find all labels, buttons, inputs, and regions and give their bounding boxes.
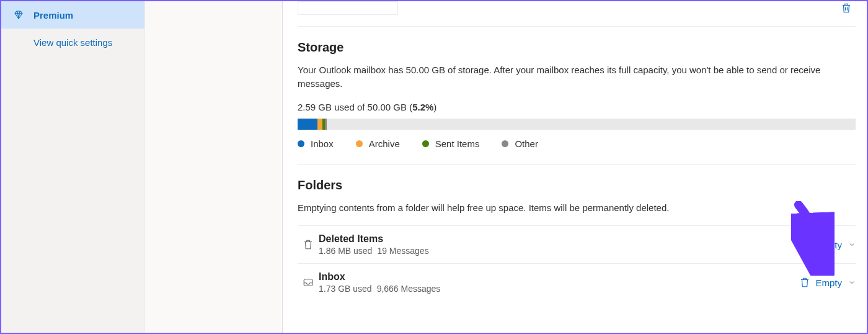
storage-legend: InboxArchiveSent ItemsOther: [298, 138, 856, 149]
settings-sidebar: Premium View quick settings: [1, 1, 145, 333]
chevron-down-icon: [848, 241, 856, 248]
empty-folder-button[interactable]: Empty: [799, 277, 856, 288]
storage-segment: [325, 119, 327, 130]
folder-usage: 1.86 MB used19 Messages: [319, 246, 799, 256]
inbox-icon: [298, 277, 319, 288]
folder-row: Inbox1.73 GB used9,666 MessagesEmpty: [298, 263, 856, 301]
svg-rect-0: [304, 279, 312, 286]
legend-dot-icon: [502, 140, 508, 147]
legend-dot-icon: [298, 140, 304, 147]
folder-name: Deleted Items: [319, 233, 799, 245]
empty-label: Empty: [815, 278, 842, 288]
trash-icon: [799, 277, 810, 288]
chevron-down-icon: [848, 279, 856, 286]
legend-label: Archive: [369, 138, 400, 149]
legend-label: Inbox: [311, 138, 334, 149]
folder-name: Inbox: [319, 271, 799, 282]
sidebar-item-label: View quick settings: [14, 37, 112, 48]
account-card-placeholder: [298, 1, 398, 15]
sidebar-item-label: Premium: [27, 10, 73, 20]
legend-dot-icon: [356, 140, 363, 147]
folders-heading: Folders: [298, 178, 856, 192]
folders-description: Emptying contents from a folder will hel…: [298, 201, 856, 215]
empty-label: Empty: [815, 240, 842, 250]
trash-icon: [799, 239, 810, 250]
storage-segment: [298, 119, 317, 130]
legend-item: Other: [502, 138, 538, 149]
legend-item: Sent Items: [422, 138, 480, 149]
folder-row: Deleted Items1.86 MB used19 MessagesEmpt…: [298, 225, 856, 263]
legend-dot-icon: [422, 140, 429, 147]
sidebar-item-premium[interactable]: Premium: [1, 1, 144, 29]
storage-usage-bar: [298, 119, 856, 130]
legend-label: Sent Items: [435, 138, 480, 149]
diamond-icon: [14, 10, 27, 20]
legend-item: Archive: [356, 138, 400, 149]
secondary-pane: [145, 1, 283, 333]
legend-label: Other: [515, 138, 538, 149]
storage-heading: Storage: [298, 40, 856, 55]
delete-account-button[interactable]: [841, 2, 852, 14]
sidebar-item-quick-settings[interactable]: View quick settings: [1, 29, 144, 56]
trash-icon: [298, 239, 319, 250]
folder-usage: 1.73 GB used9,666 Messages: [319, 284, 799, 294]
storage-description: Your Outlook mailbox has 50.00 GB of sto…: [298, 63, 856, 91]
empty-folder-button[interactable]: Empty: [799, 239, 856, 250]
divider: [298, 164, 856, 165]
legend-item: Inbox: [298, 138, 334, 149]
settings-content: Storage Your Outlook mailbox has 50.00 G…: [283, 1, 867, 333]
storage-usage-summary: 2.59 GB used of 50.00 GB (5.2%): [298, 102, 856, 112]
storage-segment: [317, 119, 322, 130]
divider: [298, 26, 856, 27]
